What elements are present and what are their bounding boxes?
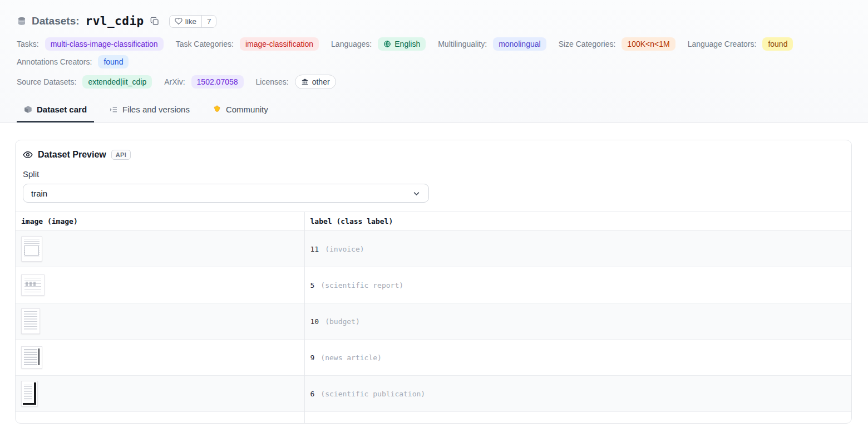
cell-label: 6(scientific publication)	[304, 376, 851, 412]
files-versions-icon	[109, 105, 118, 114]
preview-title: Dataset Preview	[38, 150, 106, 160]
document-thumbnail[interactable]	[21, 308, 40, 334]
cell-image	[16, 303, 304, 340]
cell-label: 5(scientific report)	[304, 267, 851, 303]
tag-group-label: Annotations Creators:	[17, 57, 92, 66]
table-row: 10(budget)	[16, 303, 851, 340]
dataset-preview-card: Dataset Preview API Split train image (i…	[15, 140, 852, 424]
waving-hand-icon	[212, 105, 221, 114]
cell-label: 9(news article)	[304, 340, 851, 376]
table-header-row: image (image) label (class label)	[16, 212, 851, 231]
bank-icon	[301, 78, 309, 86]
tag-group: Source Datasets:extended|iit_cdip	[17, 75, 152, 89]
page-header: Datasets: rvl_cdip like 7 Tasks:multi-cl…	[0, 0, 868, 123]
table-row	[16, 412, 851, 424]
cell-label: 11(invoice)	[304, 231, 851, 267]
tag-pill-label: found	[103, 57, 123, 67]
tag-group: Licenses:other	[256, 75, 336, 89]
tag-pill[interactable]: monolingual	[493, 37, 546, 51]
tag-pill-label: 1502.07058	[197, 77, 238, 87]
split-label: Split	[23, 169, 844, 179]
tag-group: ArXiv:1502.07058	[164, 75, 243, 89]
document-thumbnail[interactable]	[21, 346, 42, 369]
tag-group-label: Multilinguality:	[438, 40, 487, 48]
document-thumbnail[interactable]	[21, 423, 38, 424]
tag-pill[interactable]: found	[762, 37, 793, 51]
document-thumbnail[interactable]	[21, 274, 45, 296]
copy-icon[interactable]	[149, 16, 160, 27]
tag-row-secondary: Source Datasets:extended|iit_cdipArXiv:1…	[17, 75, 851, 91]
cell-image	[16, 267, 304, 303]
tag-group-label: Source Datasets:	[17, 77, 76, 86]
document-thumbnail[interactable]	[21, 236, 42, 262]
table-row: 11(invoice)	[16, 231, 851, 267]
tag-pill-label: other	[312, 77, 330, 87]
like-count[interactable]: 7	[201, 16, 216, 27]
title-row: Datasets: rvl_cdip like 7	[17, 14, 851, 28]
tag-group-label: Licenses:	[256, 77, 289, 86]
dataset-card-icon	[24, 105, 32, 114]
tab-label: Community	[226, 105, 268, 114]
cell-image	[16, 412, 304, 424]
tag-group: Languages:English	[331, 37, 426, 51]
document-thumbnail[interactable]	[21, 381, 38, 406]
like-button[interactable]: like 7	[169, 15, 217, 28]
tag-pill-label: monolingual	[499, 39, 541, 49]
chevron-down-icon	[412, 189, 421, 198]
column-header-image: image (image)	[16, 212, 304, 231]
label-name: (scientific report)	[320, 281, 403, 289]
tag-group-label: ArXiv:	[164, 77, 185, 86]
table-row: 6(scientific publication)	[16, 376, 851, 412]
tag-pill[interactable]: 1502.07058	[191, 75, 244, 89]
cell-label: 10(budget)	[304, 303, 851, 340]
database-icon	[17, 16, 27, 26]
label-number: 6	[310, 390, 315, 398]
tag-pill[interactable]: found	[98, 55, 129, 68]
label-name: (news article)	[320, 354, 382, 362]
tab-label: Dataset card	[37, 105, 87, 114]
tag-group-label: Languages:	[331, 40, 372, 48]
tag-group: Tasks:multi-class-image-classification	[17, 37, 164, 51]
eye-icon	[23, 150, 33, 160]
tag-pill-label: English	[394, 39, 420, 49]
tag-group-label: Task Categories:	[176, 40, 234, 48]
api-badge[interactable]: API	[111, 150, 131, 160]
globe-icon	[383, 40, 391, 48]
tag-pill[interactable]: image-classification	[240, 37, 319, 51]
tab-dataset-card[interactable]: Dataset card	[17, 98, 94, 122]
tab-files-and-versions[interactable]: Files and versions	[102, 98, 197, 122]
preview-table: image (image) label (class label) 11(inv…	[16, 212, 851, 424]
table-row: 5(scientific report)	[16, 267, 851, 303]
tag-group: Size Categories:100K<n<1M	[559, 37, 675, 51]
column-header-label: label (class label)	[304, 212, 851, 231]
tag-group: Multilinguality:monolingual	[438, 37, 546, 51]
label-number: 11	[310, 245, 319, 253]
label-number: 5	[310, 281, 315, 289]
tab-community[interactable]: Community	[205, 98, 275, 122]
cell-label	[304, 412, 851, 424]
page-title[interactable]: Datasets:	[32, 15, 80, 27]
tag-pill[interactable]: English	[378, 37, 426, 51]
tag-pill-label: image-classification	[245, 39, 313, 49]
tag-pill[interactable]: extended|iit_cdip	[82, 75, 152, 89]
tag-pill[interactable]: multi-class-image-classification	[45, 37, 164, 51]
like-label: like	[185, 17, 196, 26]
table-row: 9(news article)	[16, 340, 851, 376]
tag-row-primary: Tasks:multi-class-image-classificationTa…	[17, 37, 851, 68]
cell-image	[16, 376, 304, 412]
tag-pill[interactable]: other	[295, 75, 336, 89]
tag-pill-label: extended|iit_cdip	[88, 77, 146, 87]
tag-group: Language Creators:found	[688, 37, 793, 51]
label-number: 10	[310, 317, 319, 326]
tag-pill[interactable]: 100K<n<1M	[622, 37, 675, 51]
tag-pill-label: multi-class-image-classification	[51, 39, 158, 49]
tag-group-label: Language Creators:	[688, 40, 757, 48]
label-name: (invoice)	[325, 245, 364, 253]
split-select[interactable]: train	[23, 184, 429, 203]
tab-label: Files and versions	[122, 105, 190, 114]
tab-bar: Dataset cardFiles and versionsCommunity	[17, 98, 851, 122]
tag-group: Task Categories:image-classification	[176, 37, 319, 51]
label-number: 9	[310, 354, 315, 362]
tag-group: Annotations Creators:found	[17, 55, 129, 68]
split-selected-value: train	[31, 189, 47, 198]
